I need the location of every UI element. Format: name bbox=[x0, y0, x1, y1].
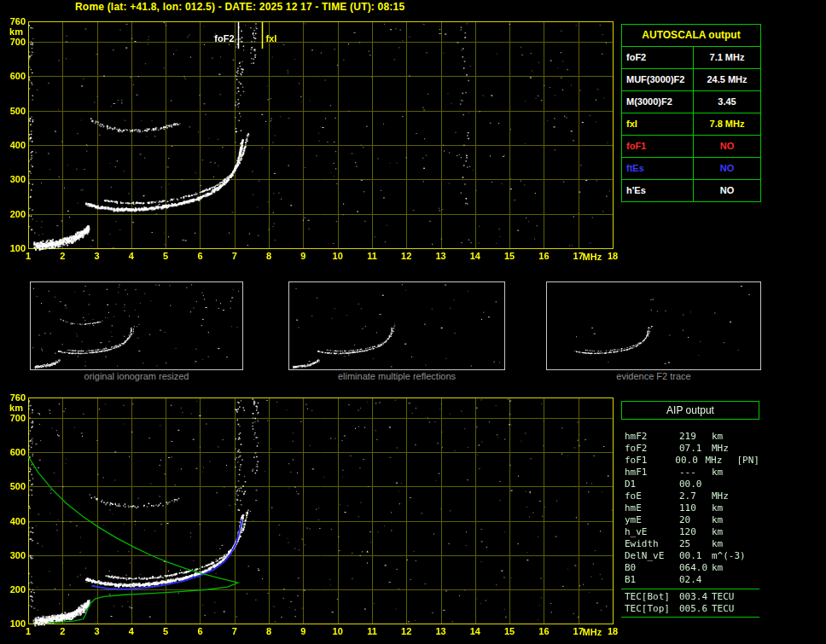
aip-param-unit: MHz bbox=[705, 455, 736, 467]
aip-row: D100.0 bbox=[621, 479, 759, 490]
aip-param-unit: TECU bbox=[712, 591, 746, 603]
aip-param-label: hmE bbox=[621, 502, 679, 514]
autoscala-table-rows: foF27.1 MHzMUF(3000)F224.5 MHzM(3000)F23… bbox=[622, 47, 760, 201]
autoscala-row: foF27.1 MHz bbox=[622, 47, 760, 69]
thumbnail-caption-f2trace: evidence F2 trace bbox=[546, 371, 761, 381]
autoscala-row: MUF(3000)F224.5 MHz bbox=[622, 69, 760, 91]
aip-param-unit: km bbox=[712, 562, 746, 574]
aip-param-label: foF2 bbox=[621, 443, 679, 455]
autoscala-table-title: AUTOSCALA output bbox=[622, 25, 760, 47]
aip-param-unit: TECU bbox=[712, 603, 746, 615]
aip-row: B102.4 bbox=[621, 574, 759, 586]
aip-row: foF100.0MHz[PN] bbox=[621, 455, 759, 467]
aip-param-label: hmF2 bbox=[621, 431, 679, 443]
aip-param-label: DelN_vE bbox=[621, 550, 679, 562]
aip-param-unit bbox=[712, 479, 746, 490]
thumbnail-caption-original: original ionogram resized bbox=[30, 371, 243, 381]
aip-param-extra bbox=[746, 591, 759, 603]
autoscala-param-label: foF2 bbox=[622, 47, 694, 68]
autoscala-param-label: fxI bbox=[622, 113, 694, 135]
autoscala-output-table: AUTOSCALA output foF27.1 MHzMUF(3000)F22… bbox=[621, 24, 761, 202]
autoscala-row: ftEsNO bbox=[622, 158, 760, 180]
aip-row: ymE20km bbox=[621, 514, 759, 526]
autoscala-param-value: NO bbox=[694, 158, 760, 179]
aip-param-unit: km bbox=[712, 514, 746, 526]
aip-param-extra bbox=[746, 603, 759, 615]
aip-param-label: TEC[Top] bbox=[621, 603, 679, 615]
aip-param-value: --- bbox=[679, 467, 712, 479]
page-title: Rome (lat: +41.8, lon: 012.5) - DATE: 20… bbox=[75, 1, 404, 13]
aip-param-label: foF1 bbox=[621, 455, 675, 467]
aip-param-value: 120 bbox=[679, 526, 712, 538]
autoscala-row: foF1NO bbox=[622, 136, 760, 158]
aip-param-unit: km bbox=[712, 467, 746, 479]
autoscala-param-label: M(3000)F2 bbox=[622, 91, 694, 113]
aip-param-extra bbox=[746, 514, 759, 526]
thumbnail-original-ionogram-canvas bbox=[30, 281, 243, 370]
aip-row: h_vE120km bbox=[621, 526, 759, 538]
autoscala-param-label: h'Es bbox=[622, 180, 694, 201]
aip-param-unit: km bbox=[712, 431, 746, 443]
aip-param-value: 064.0 bbox=[679, 562, 712, 574]
aip-param-value: 07.1 bbox=[679, 443, 712, 455]
autoscala-param-label: MUF(3000)F2 bbox=[622, 69, 694, 90]
aip-param-value: 110 bbox=[679, 502, 712, 514]
aip-param-extra bbox=[746, 550, 759, 562]
aip-param-label: B1 bbox=[621, 574, 679, 586]
aip-param-unit: MHz bbox=[712, 490, 746, 502]
aip-param-value: 00.0 bbox=[679, 479, 712, 490]
autoscala-param-value: NO bbox=[694, 180, 760, 201]
aip-param-extra bbox=[746, 502, 759, 514]
aip-param-extra bbox=[746, 562, 759, 574]
aip-param-value: 005.6 bbox=[679, 603, 712, 615]
autoscala-param-value: 7.8 MHz bbox=[694, 113, 760, 135]
aip-row: Ewidth25km bbox=[621, 538, 759, 550]
top-ionogram-canvas bbox=[0, 15, 623, 266]
aip-param-extra bbox=[746, 443, 759, 455]
autoscala-row: h'EsNO bbox=[622, 180, 760, 201]
autoscala-param-label: ftEs bbox=[622, 158, 694, 179]
aip-param-value: 02.4 bbox=[679, 574, 712, 586]
thumbnail-evidence-f2-canvas bbox=[546, 281, 761, 370]
aip-param-value: 00.1 bbox=[679, 550, 712, 562]
aip-param-extra: [PN] bbox=[737, 455, 760, 467]
aip-param-label: TEC[Bot] bbox=[621, 591, 679, 603]
aip-row: hmE110km bbox=[621, 502, 759, 514]
aip-param-unit: m^(-3) bbox=[712, 550, 746, 562]
aip-param-value: 2.7 bbox=[679, 490, 712, 502]
aip-param-label: ymE bbox=[621, 514, 679, 526]
aip-row: B0064.0km bbox=[621, 562, 759, 574]
aip-param-unit bbox=[712, 574, 746, 586]
aip-row: hmF1---km bbox=[621, 467, 759, 479]
aip-param-label: B0 bbox=[621, 562, 679, 574]
aip-param-unit: km bbox=[712, 538, 746, 550]
autoscala-param-label: foF1 bbox=[622, 136, 694, 157]
aip-row: hmF2219km bbox=[621, 431, 759, 443]
thumbnail-eliminate-multiples-canvas bbox=[288, 281, 505, 370]
aip-param-label: foE bbox=[621, 490, 679, 502]
aip-param-extra bbox=[746, 526, 759, 538]
aip-row: TEC[Top]005.6TECU bbox=[621, 603, 759, 615]
aip-table-rows: hmF2219kmfoF207.1MHzfoF100.0MHz[PN]hmF1-… bbox=[621, 431, 759, 586]
aip-output-table: AIP output hmF2219kmfoF207.1MHzfoF100.0M… bbox=[621, 401, 759, 618]
autoscala-param-value: 7.1 MHz bbox=[694, 47, 760, 68]
aip-param-value: 25 bbox=[679, 538, 712, 550]
aip-param-extra bbox=[746, 479, 759, 490]
aip-row: TEC[Bot]003.4TECU bbox=[621, 591, 759, 603]
aip-param-extra bbox=[746, 467, 759, 479]
aip-param-value: 219 bbox=[679, 431, 712, 443]
aip-param-extra bbox=[746, 538, 759, 550]
aip-param-extra bbox=[746, 431, 759, 443]
aip-table-title: AIP output bbox=[621, 401, 759, 420]
aip-param-value: 003.4 bbox=[679, 591, 712, 603]
aip-param-label: Ewidth bbox=[621, 538, 679, 550]
aip-row: DelN_vE00.1m^(-3) bbox=[621, 550, 759, 562]
autoscala-param-value: 24.5 MHz bbox=[694, 69, 760, 90]
aip-param-unit: MHz bbox=[712, 443, 746, 455]
aip-param-extra bbox=[746, 490, 759, 502]
aip-param-value: 00.0 bbox=[675, 455, 705, 467]
aip-param-unit: km bbox=[712, 502, 746, 514]
aip-param-extra bbox=[746, 574, 759, 586]
bottom-ionogram-canvas bbox=[0, 391, 623, 644]
aip-param-label: D1 bbox=[621, 479, 679, 490]
